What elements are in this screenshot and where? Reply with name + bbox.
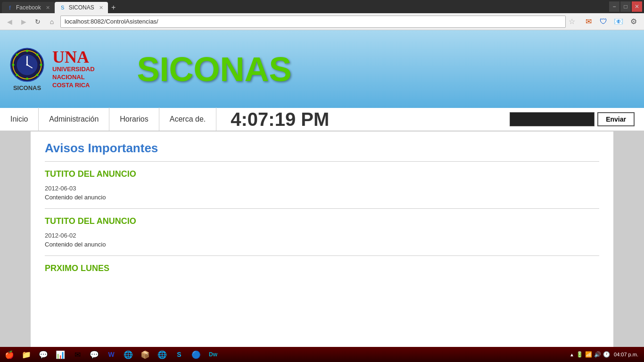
site-header: SICONAS UNA UNIVERSIDAD NACIONAL COSTA R… bbox=[0, 30, 644, 108]
taskbar: 🍎 📁 💬 📊 ✉ 💬 W 🌐 📦 🌐 S 🔵 Dw ▲ 🔋 📶 bbox=[0, 347, 644, 362]
pkg-icon: 📦 bbox=[140, 350, 150, 359]
minimize-button[interactable]: − bbox=[609, 1, 619, 12]
taskbar-pkg[interactable]: 📦 bbox=[138, 348, 153, 361]
svg-point-8 bbox=[36, 53, 39, 56]
new-tab-button[interactable]: + bbox=[108, 2, 119, 13]
address-input[interactable] bbox=[60, 16, 566, 28]
tab-facebook[interactable]: f Facebook ✕ bbox=[2, 2, 55, 13]
taskbar-dw[interactable]: Dw bbox=[206, 348, 221, 361]
svg-point-6 bbox=[16, 53, 18, 56]
chat-icon: 💬 bbox=[90, 350, 99, 359]
address-bar: ◀ ▶ ↻ ⌂ ☆ ✉ 🛡 📧 ⚙ bbox=[0, 13, 644, 30]
close-button[interactable]: ✕ bbox=[632, 1, 642, 12]
tab-label-siconas: SICONAS bbox=[69, 4, 94, 11]
forward-button[interactable]: ▶ bbox=[18, 16, 29, 27]
home-button[interactable]: ⌂ bbox=[46, 16, 58, 27]
nav-item-acerca[interactable]: Acerca de. bbox=[159, 107, 216, 131]
taskbar-ppt[interactable]: 📊 bbox=[53, 348, 68, 361]
browser-taskbar-icon: 🌐 bbox=[124, 350, 133, 359]
finder-icon: 📁 bbox=[22, 350, 31, 359]
apple-icon: 🍎 bbox=[5, 350, 14, 359]
taskbar-chrome[interactable]: 🔵 bbox=[189, 348, 204, 361]
anuncio-1-titulo: TUTITO DEL ANUNCIO bbox=[45, 169, 599, 179]
bookmark-icon[interactable]: ☆ bbox=[569, 17, 575, 26]
nav-item-inicio[interactable]: Inicio bbox=[0, 107, 39, 131]
main-content: Avisos Importantes TUTITO DEL ANUNCIO 20… bbox=[31, 132, 613, 347]
svg-point-13 bbox=[26, 64, 28, 66]
time-display: 4:07:19 PM bbox=[231, 109, 510, 130]
search-input[interactable] bbox=[510, 112, 594, 126]
divider-1 bbox=[45, 161, 599, 162]
svg-point-9 bbox=[16, 74, 18, 76]
clock-tray-icon: 🕐 bbox=[603, 351, 610, 358]
taskbar-skype[interactable]: S bbox=[172, 348, 187, 361]
svg-point-4 bbox=[12, 64, 15, 66]
norton-icon[interactable]: 🛡 bbox=[597, 15, 610, 28]
anuncio-2-fecha: 2012-06-02 bbox=[45, 232, 599, 239]
back-button[interactable]: ◀ bbox=[4, 16, 15, 27]
taskbar-messages[interactable]: 💬 bbox=[36, 348, 51, 361]
mail-taskbar-icon: ✉ bbox=[74, 350, 81, 359]
svg-point-3 bbox=[26, 77, 28, 80]
divider-3 bbox=[45, 255, 599, 256]
una-title: UNA bbox=[52, 49, 95, 66]
taskbar-right: ▲ 🔋 📶 🔊 🕐 04:07 p.m. bbox=[570, 351, 642, 358]
enviar-button[interactable]: Enviar bbox=[597, 112, 635, 126]
tab-siconas[interactable]: S SICONAS ✕ bbox=[55, 2, 108, 13]
browser-toolbar: ✉ 🛡 📧 ⚙ bbox=[582, 15, 640, 28]
tray-arrow: ▲ bbox=[570, 352, 574, 357]
tab-close-siconas[interactable]: ✕ bbox=[99, 5, 103, 11]
dw-icon: Dw bbox=[209, 351, 217, 358]
anuncio-2-contenido: Contenido del anuncio bbox=[45, 241, 599, 248]
svg-point-5 bbox=[40, 64, 42, 66]
siconas-main-title: SICONAS bbox=[137, 50, 292, 89]
una-logo: UNA UNIVERSIDAD NACIONAL COSTA RICA bbox=[52, 49, 95, 90]
refresh-button[interactable]: ↻ bbox=[32, 16, 43, 27]
taskbar-word[interactable]: W bbox=[104, 348, 119, 361]
anuncio-1-contenido: Contenido del anuncio bbox=[45, 194, 599, 201]
svg-point-7 bbox=[36, 74, 39, 76]
anuncio-2: TUTITO DEL ANUNCIO 2012-06-02 Contenido … bbox=[45, 216, 599, 248]
anuncio-3: PRXIMO LUNES bbox=[45, 263, 599, 273]
chrome-icon: 🔵 bbox=[191, 350, 201, 359]
avisos-title: Avisos Importantes bbox=[45, 141, 599, 156]
ppt-icon: 📊 bbox=[56, 350, 65, 359]
nav-bar: Inicio Administración Horarios Acerca de… bbox=[0, 108, 644, 132]
volume-icon: 🔊 bbox=[594, 351, 601, 358]
taskbar-time: 04:07 p.m. bbox=[614, 352, 638, 357]
page-content: SICONAS UNA UNIVERSIDAD NACIONAL COSTA R… bbox=[0, 30, 644, 347]
tab-label-facebook: Facebook bbox=[16, 4, 41, 11]
maximize-button[interactable]: □ bbox=[620, 1, 631, 12]
logo-area: SICONAS UNA UNIVERSIDAD NACIONAL COSTA R… bbox=[9, 47, 95, 91]
tab-bar: f Facebook ✕ S SICONAS ✕ + bbox=[2, 0, 119, 13]
taskbar-globe[interactable]: 🌐 bbox=[155, 348, 170, 361]
taskbar-chat[interactable]: 💬 bbox=[87, 348, 102, 361]
taskbar-apple[interactable]: 🍎 bbox=[2, 348, 17, 361]
anuncio-1-fecha: 2012-06-03 bbox=[45, 185, 599, 192]
taskbar-mail[interactable]: ✉ bbox=[70, 348, 85, 361]
taskbar-browser[interactable]: 🌐 bbox=[121, 348, 136, 361]
skype-icon: S bbox=[177, 351, 181, 358]
mail-icon[interactable]: ✉ bbox=[582, 15, 595, 28]
word-icon: W bbox=[108, 351, 114, 358]
window-controls: − □ ✕ bbox=[609, 1, 642, 12]
battery-icon: 🔋 bbox=[576, 351, 583, 358]
extra-icon[interactable]: ⚙ bbox=[627, 15, 640, 28]
clock-logo bbox=[9, 47, 45, 82]
browser-title-bar: f Facebook ✕ S SICONAS ✕ + − □ ✕ bbox=[0, 0, 644, 13]
nav-item-administracion[interactable]: Administración bbox=[39, 107, 109, 131]
globe-icon: 🌐 bbox=[157, 350, 167, 359]
nav-item-horarios[interactable]: Horarios bbox=[109, 107, 159, 131]
system-tray: ▲ 🔋 📶 🔊 🕐 bbox=[570, 351, 610, 358]
taskbar-finder[interactable]: 📁 bbox=[19, 348, 34, 361]
mail2-icon[interactable]: 📧 bbox=[612, 15, 625, 28]
facebook-favicon: f bbox=[7, 4, 13, 11]
anuncio-3-titulo: PRXIMO LUNES bbox=[45, 263, 599, 273]
siconas-favicon: S bbox=[59, 4, 66, 11]
svg-point-2 bbox=[26, 49, 28, 52]
tab-close-facebook[interactable]: ✕ bbox=[46, 5, 50, 11]
una-subtitle: UNIVERSIDAD NACIONAL COSTA RICA bbox=[52, 66, 95, 90]
search-area: Enviar bbox=[510, 112, 644, 126]
anuncio-1: TUTITO DEL ANUNCIO 2012-06-03 Contenido … bbox=[45, 169, 599, 201]
messages-icon: 💬 bbox=[39, 350, 48, 359]
